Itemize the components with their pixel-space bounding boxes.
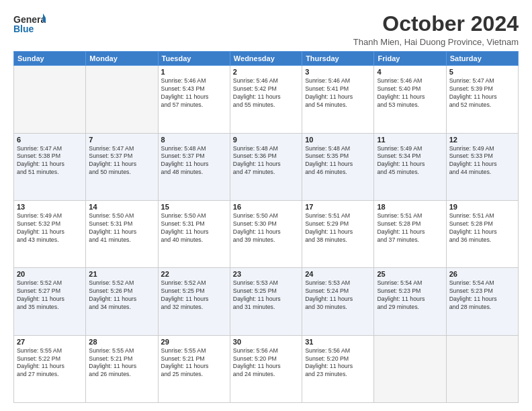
day-number: 18	[377, 203, 443, 211]
day-number: 12	[449, 136, 515, 144]
day-number: 30	[233, 338, 299, 346]
col-friday: Friday	[374, 52, 446, 66]
cell-4-5	[374, 335, 446, 402]
day-number: 16	[233, 203, 299, 211]
cell-info: Sunrise: 5:55 AMSunset: 5:22 PMDaylight:…	[17, 347, 83, 379]
day-number: 3	[305, 68, 371, 76]
cell-info: Sunrise: 5:56 AMSunset: 5:20 PMDaylight:…	[233, 347, 299, 379]
day-number: 25	[377, 270, 443, 278]
week-row-1: 1Sunrise: 5:46 AMSunset: 5:43 PMDaylight…	[14, 66, 519, 133]
day-number: 19	[449, 203, 515, 211]
cell-info: Sunrise: 5:51 AMSunset: 5:29 PMDaylight:…	[305, 212, 371, 244]
cell-info: Sunrise: 5:56 AMSunset: 5:20 PMDaylight:…	[305, 347, 371, 379]
col-monday: Monday	[86, 52, 158, 66]
cell-info: Sunrise: 5:49 AMSunset: 5:33 PMDaylight:…	[449, 145, 515, 177]
day-number: 10	[305, 136, 371, 144]
cell-2-1: 14Sunrise: 5:50 AMSunset: 5:31 PMDayligh…	[86, 200, 158, 267]
header: General Blue October 2024 Thanh Mien, Ha…	[13, 12, 519, 47]
cell-info: Sunrise: 5:48 AMSunset: 5:35 PMDaylight:…	[305, 145, 371, 177]
cell-2-4: 17Sunrise: 5:51 AMSunset: 5:29 PMDayligh…	[302, 200, 374, 267]
cell-0-2: 1Sunrise: 5:46 AMSunset: 5:43 PMDaylight…	[158, 66, 230, 133]
cell-0-4: 3Sunrise: 5:46 AMSunset: 5:41 PMDaylight…	[302, 66, 374, 133]
cell-info: Sunrise: 5:53 AMSunset: 5:25 PMDaylight:…	[233, 279, 299, 312]
cell-info: Sunrise: 5:46 AMSunset: 5:42 PMDaylight:…	[233, 77, 299, 109]
cell-4-6	[446, 335, 518, 402]
week-row-2: 6Sunrise: 5:47 AMSunset: 5:38 PMDaylight…	[14, 133, 519, 200]
cell-info: Sunrise: 5:55 AMSunset: 5:21 PMDaylight:…	[89, 347, 154, 379]
day-number: 15	[161, 203, 227, 211]
day-number: 23	[233, 270, 299, 278]
logo-svg: General Blue	[13, 12, 46, 36]
cell-info: Sunrise: 5:52 AMSunset: 5:26 PMDaylight:…	[89, 279, 154, 312]
cell-info: Sunrise: 5:50 AMSunset: 5:31 PMDaylight:…	[161, 212, 227, 244]
cell-3-2: 22Sunrise: 5:52 AMSunset: 5:25 PMDayligh…	[158, 268, 230, 335]
cell-info: Sunrise: 5:46 AMSunset: 5:43 PMDaylight:…	[161, 77, 227, 109]
day-number: 4	[377, 68, 443, 76]
cell-info: Sunrise: 5:49 AMSunset: 5:34 PMDaylight:…	[377, 145, 443, 177]
day-number: 13	[17, 203, 83, 211]
week-row-3: 13Sunrise: 5:49 AMSunset: 5:32 PMDayligh…	[14, 200, 519, 267]
cell-1-1: 7Sunrise: 5:47 AMSunset: 5:37 PMDaylight…	[86, 133, 158, 200]
cell-3-4: 24Sunrise: 5:53 AMSunset: 5:24 PMDayligh…	[302, 268, 374, 335]
cell-info: Sunrise: 5:46 AMSunset: 5:40 PMDaylight:…	[377, 77, 443, 109]
cell-info: Sunrise: 5:55 AMSunset: 5:21 PMDaylight:…	[161, 347, 227, 379]
cell-2-0: 13Sunrise: 5:49 AMSunset: 5:32 PMDayligh…	[14, 200, 86, 267]
cell-3-5: 25Sunrise: 5:54 AMSunset: 5:23 PMDayligh…	[374, 268, 446, 335]
cell-4-1: 28Sunrise: 5:55 AMSunset: 5:21 PMDayligh…	[86, 335, 158, 402]
cell-3-3: 23Sunrise: 5:53 AMSunset: 5:25 PMDayligh…	[230, 268, 302, 335]
day-number: 22	[161, 270, 227, 278]
cell-info: Sunrise: 5:49 AMSunset: 5:32 PMDaylight:…	[17, 212, 83, 244]
cell-info: Sunrise: 5:52 AMSunset: 5:25 PMDaylight:…	[161, 279, 227, 312]
cell-0-5: 4Sunrise: 5:46 AMSunset: 5:40 PMDaylight…	[374, 66, 446, 133]
day-number: 2	[233, 68, 299, 76]
cell-info: Sunrise: 5:48 AMSunset: 5:36 PMDaylight:…	[233, 145, 299, 177]
cell-1-4: 10Sunrise: 5:48 AMSunset: 5:35 PMDayligh…	[302, 133, 374, 200]
day-number: 7	[89, 136, 154, 144]
calendar-table: Sunday Monday Tuesday Wednesday Thursday…	[13, 51, 519, 403]
cell-2-5: 18Sunrise: 5:51 AMSunset: 5:28 PMDayligh…	[374, 200, 446, 267]
day-number: 5	[449, 68, 515, 76]
day-number: 6	[17, 136, 83, 144]
col-saturday: Saturday	[446, 52, 518, 66]
cell-2-6: 19Sunrise: 5:51 AMSunset: 5:28 PMDayligh…	[446, 200, 518, 267]
day-number: 27	[17, 338, 83, 346]
cell-3-1: 21Sunrise: 5:52 AMSunset: 5:26 PMDayligh…	[86, 268, 158, 335]
month-title: October 2024	[353, 12, 519, 36]
col-wednesday: Wednesday	[230, 52, 302, 66]
day-number: 28	[89, 338, 154, 346]
cell-0-6: 5Sunrise: 5:47 AMSunset: 5:39 PMDaylight…	[446, 66, 518, 133]
day-number: 31	[305, 338, 371, 346]
cell-3-0: 20Sunrise: 5:52 AMSunset: 5:27 PMDayligh…	[14, 268, 86, 335]
day-number: 17	[305, 203, 371, 211]
col-thursday: Thursday	[302, 52, 374, 66]
cell-0-3: 2Sunrise: 5:46 AMSunset: 5:42 PMDaylight…	[230, 66, 302, 133]
cell-4-0: 27Sunrise: 5:55 AMSunset: 5:22 PMDayligh…	[14, 335, 86, 402]
cell-1-6: 12Sunrise: 5:49 AMSunset: 5:33 PMDayligh…	[446, 133, 518, 200]
day-number: 20	[17, 270, 83, 278]
day-number: 21	[89, 270, 154, 278]
cell-3-6: 26Sunrise: 5:54 AMSunset: 5:23 PMDayligh…	[446, 268, 518, 335]
week-row-4: 20Sunrise: 5:52 AMSunset: 5:27 PMDayligh…	[14, 268, 519, 335]
header-row: Sunday Monday Tuesday Wednesday Thursday…	[14, 52, 519, 66]
day-number: 8	[161, 136, 227, 144]
cell-info: Sunrise: 5:46 AMSunset: 5:41 PMDaylight:…	[305, 77, 371, 109]
day-number: 1	[161, 68, 227, 76]
cell-info: Sunrise: 5:54 AMSunset: 5:23 PMDaylight:…	[449, 279, 515, 312]
cell-1-5: 11Sunrise: 5:49 AMSunset: 5:34 PMDayligh…	[374, 133, 446, 200]
cell-info: Sunrise: 5:47 AMSunset: 5:39 PMDaylight:…	[449, 77, 515, 109]
cell-info: Sunrise: 5:52 AMSunset: 5:27 PMDaylight:…	[17, 279, 83, 312]
cell-1-2: 8Sunrise: 5:48 AMSunset: 5:37 PMDaylight…	[158, 133, 230, 200]
col-tuesday: Tuesday	[158, 52, 230, 66]
cell-info: Sunrise: 5:47 AMSunset: 5:37 PMDaylight:…	[89, 145, 154, 177]
cell-info: Sunrise: 5:47 AMSunset: 5:38 PMDaylight:…	[17, 145, 83, 177]
day-number: 14	[89, 203, 154, 211]
day-number: 9	[233, 136, 299, 144]
cell-0-1	[86, 66, 158, 133]
cell-info: Sunrise: 5:54 AMSunset: 5:23 PMDaylight:…	[377, 279, 443, 312]
cell-info: Sunrise: 5:48 AMSunset: 5:37 PMDaylight:…	[161, 145, 227, 177]
cell-4-2: 29Sunrise: 5:55 AMSunset: 5:21 PMDayligh…	[158, 335, 230, 402]
day-number: 24	[305, 270, 371, 278]
cell-1-0: 6Sunrise: 5:47 AMSunset: 5:38 PMDaylight…	[14, 133, 86, 200]
day-number: 29	[161, 338, 227, 346]
day-number: 26	[449, 270, 515, 278]
